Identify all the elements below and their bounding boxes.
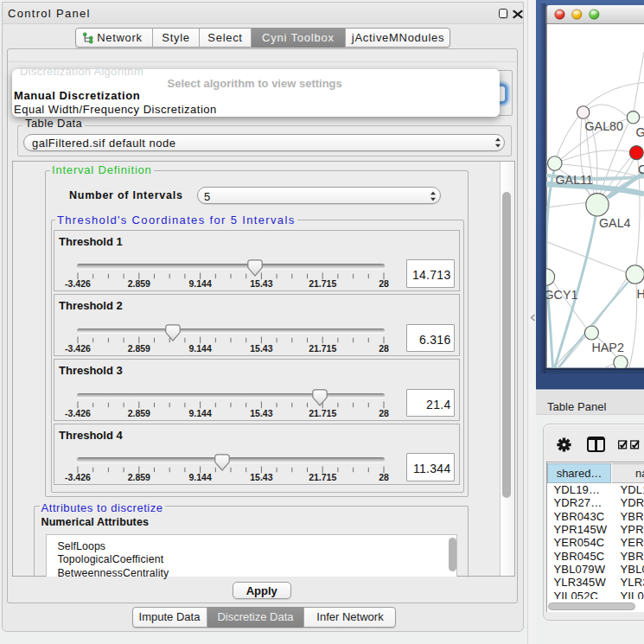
svg-text:GAL4: GAL4 bbox=[599, 216, 631, 230]
svg-text:GAL11: GAL11 bbox=[556, 173, 593, 187]
svg-text:C: C bbox=[638, 163, 644, 176]
svg-text:H: H bbox=[637, 287, 644, 301]
svg-text:GAL80: GAL80 bbox=[585, 119, 624, 133]
svg-text:HAP2: HAP2 bbox=[592, 341, 624, 354]
svg-text:GCY1: GCY1 bbox=[545, 288, 578, 302]
svg-text:GA: GA bbox=[636, 125, 644, 139]
